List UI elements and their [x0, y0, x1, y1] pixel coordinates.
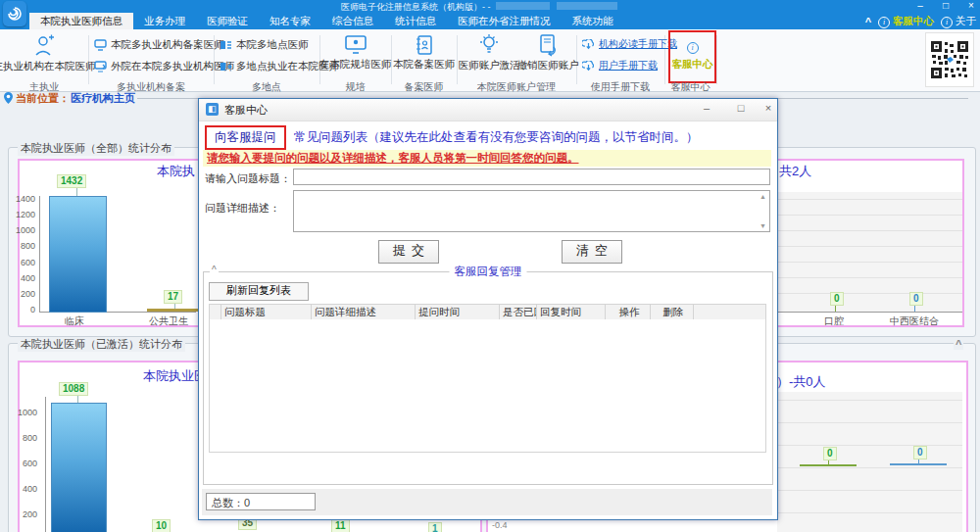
info-icon: i: [878, 17, 890, 28]
chart1-right-plot: [777, 192, 962, 312]
col-delete[interactable]: 删除: [651, 305, 694, 319]
y-tick: 1000: [12, 408, 37, 417]
tab-faq-list[interactable]: 常见问题列表（建议先在此处查看有没有您要咨询的问题，以节省时间。）: [294, 129, 699, 146]
chart2-title-right: ）-共0人: [776, 373, 826, 391]
tab-ask-service[interactable]: 向客服提问: [205, 125, 286, 150]
group-caption: 备案医师: [391, 80, 457, 94]
y-tick: 200: [10, 289, 35, 299]
group-caption: 多地点: [214, 80, 319, 94]
chart2-right-value1: 0: [823, 447, 837, 460]
chart2-bottom-value: 11: [331, 519, 350, 532]
chart1-cat-clinical: 临床: [65, 314, 84, 328]
chart2-right-plot: [777, 392, 962, 532]
question-title-input[interactable]: [293, 169, 770, 185]
about-menu-item[interactable]: i 关于: [941, 15, 976, 28]
service-center-menu-item[interactable]: i 客服中心: [878, 15, 934, 28]
chart1-title-left: 本院执: [157, 163, 195, 180]
clear-button[interactable]: 清空: [562, 240, 622, 264]
bulb-icon: [479, 33, 499, 57]
group-caption: 客服中心: [664, 80, 716, 94]
menu-tab-system[interactable]: 系统功能: [562, 13, 624, 29]
app-logo-icon: [3, 1, 26, 26]
col-question-desc[interactable]: 问题详细描述: [312, 305, 416, 319]
chip-stem: [77, 395, 78, 403]
panel2-collapse-icon[interactable]: ^: [954, 338, 963, 350]
close-button[interactable]: ×: [962, 0, 980, 12]
question-desc-textarea[interactable]: [293, 190, 770, 232]
chart1-cat4-value: 0: [909, 292, 923, 306]
y-tick: 800: [12, 433, 37, 443]
redacted-org-name: [557, 2, 617, 10]
dialog-close-button[interactable]: ×: [759, 102, 778, 114]
menu-tab-current-hospital[interactable]: 本院执业医师信息: [29, 13, 133, 29]
maximize-button[interactable]: □: [937, 0, 955, 12]
col-answered[interactable]: 是否已回...: [500, 305, 537, 319]
org-manual-download-link[interactable]: 机构必读手册下载: [582, 37, 677, 51]
chart2-y-axis: [45, 397, 46, 532]
dialog-maximize-button[interactable]: □: [731, 102, 751, 114]
chart2-green-series-line: [800, 464, 857, 466]
dialog-notice: 请您输入要提问的问题以及详细描述，客服人员将第一时间回答您的问题。: [203, 150, 771, 167]
menu-tab-综合[interactable]: 综合信息: [321, 13, 384, 29]
col-filler: [694, 305, 765, 319]
y-tick: 600: [12, 459, 37, 468]
external-multi-org-button[interactable]: 外院在本院多执业机构医师: [94, 60, 234, 73]
ribbon-collapse-icon[interactable]: ^: [865, 16, 871, 27]
main-menu: 本院执业医师信息 业务办理 医师验证 知名专家 综合信息 统计信息 医师在外省注…: [0, 13, 980, 29]
chart2-bottom-value: 10: [152, 519, 171, 532]
multi-org-filing-button[interactable]: 本院多执业机构备案医师: [94, 38, 224, 52]
chart2-bar1: [51, 403, 107, 532]
col-question-title[interactable]: 问题标题: [221, 305, 312, 319]
menu-tab-experts[interactable]: 知名专家: [259, 13, 321, 29]
breadcrumb-prefix: 当前位置：: [16, 91, 70, 106]
menu-tab-stats[interactable]: 统计信息: [384, 13, 447, 29]
menu-tab-business[interactable]: 业务办理: [133, 13, 196, 29]
reply-management-groupbox: 客服回复管理 ^ 刷新回复列表 问题标题 问题详细描述 提问时间 是否已回...…: [203, 271, 773, 485]
panel-all-physicians-label: 本院执业医师（全部）统计分布: [18, 141, 174, 156]
service-center-ribbon-button[interactable]: i 客服中心: [668, 30, 716, 83]
download-icon: [582, 39, 595, 50]
doc-undo-icon: [538, 33, 558, 57]
col-operation[interactable]: 操作: [606, 305, 651, 319]
chart1-bar-publichealth-value: 17: [164, 290, 182, 304]
scroll-down-icon[interactable]: ▼: [760, 222, 766, 229]
service-center-dialog: ◧ 客服中心 – □ × 向客服提问 常见问题列表（建议先在此处查看有没有您要咨…: [198, 98, 778, 520]
y-tick: 1200: [10, 210, 35, 219]
redacted-org-name: [496, 2, 550, 10]
training-physicians-button[interactable]: 在本院规培医师: [320, 34, 390, 72]
chart1-cat3-value: 0: [830, 292, 844, 306]
user-manual-download-link[interactable]: 用户手册下载: [582, 59, 658, 73]
chart1-cat-publichealth: 公共卫生: [149, 314, 188, 328]
refresh-reply-list-button[interactable]: 刷新回复列表: [209, 282, 309, 301]
filed-physicians-button[interactable]: 本院备案医师: [392, 34, 456, 72]
chart1-title-right: 共2人: [779, 163, 811, 180]
breadcrumb-page: 医疗机构主页: [71, 91, 135, 106]
y-tick: 800: [10, 241, 35, 251]
monitor-sync-icon: [94, 61, 107, 73]
minimize-button[interactable]: –: [911, 0, 929, 12]
chart2-right-axis-fragment: -0.4: [492, 520, 508, 530]
activate-account-button[interactable]: 医师账户激活: [459, 33, 519, 73]
revoke-account-button[interactable]: 撤销医师账户: [517, 33, 578, 73]
submit-button[interactable]: 提交: [378, 240, 439, 264]
menu-tab-outprovince[interactable]: 医师在外省注册情况: [447, 13, 562, 29]
y-tick: 400: [12, 484, 37, 494]
multi-site-button[interactable]: 本院多地点医师: [220, 38, 309, 52]
reply-table-header: 问题标题 问题详细描述 提问时间 是否已回... 回复时间 操作 删除: [209, 304, 766, 320]
groupbox-collapse-icon[interactable]: ^: [210, 265, 219, 275]
group-caption: 规培: [319, 80, 391, 94]
chart1-x-axis-right: [777, 312, 962, 313]
dialog-minimize-button[interactable]: –: [697, 102, 716, 114]
col-reply-time[interactable]: 回复时间: [537, 305, 606, 319]
menu-tab-verify[interactable]: 医师验证: [196, 13, 259, 29]
y-tick: 1400: [10, 194, 35, 204]
reply-table-body[interactable]: [209, 319, 766, 453]
y-tick: 400: [10, 273, 35, 283]
chart2-bar1-value: 1088: [59, 382, 88, 396]
dialog-titlebar[interactable]: [199, 99, 777, 121]
primary-practice-button[interactable]: 主执业机构在本院医师: [1, 34, 87, 73]
chip-stem: [76, 187, 77, 196]
col-ask-time[interactable]: 提问时间: [416, 305, 500, 319]
y-tick: 1000: [10, 225, 35, 235]
scroll-up-icon[interactable]: ▲: [760, 193, 766, 200]
